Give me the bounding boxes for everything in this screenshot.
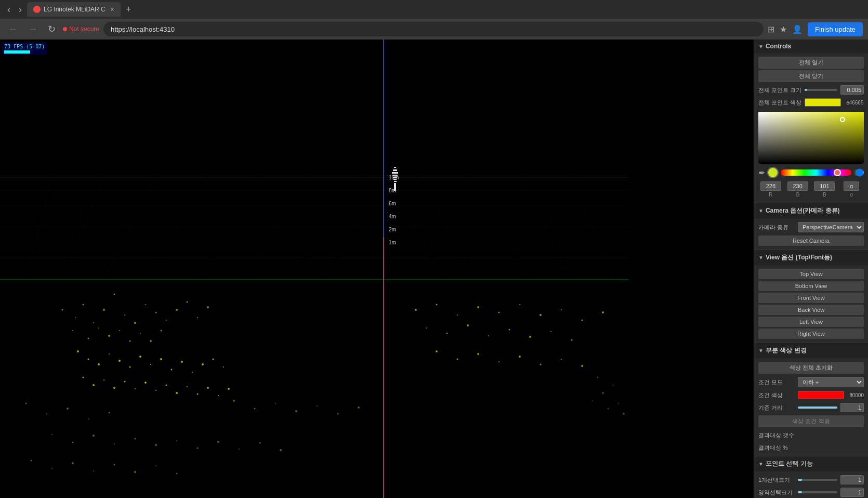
r-input[interactable]	[760, 181, 781, 191]
b-input[interactable]	[814, 181, 835, 191]
svg-point-135	[176, 473, 178, 475]
active-tab[interactable]: LG Innotek MLiDAR C ×	[27, 2, 121, 17]
svg-point-120	[135, 438, 136, 440]
condition-mode-row: 조건 모드 이하 ÷	[754, 375, 868, 389]
nav-actions: ⊞ ★ 👤 Finish update	[768, 22, 863, 36]
front-view-btn[interactable]: Front View	[758, 293, 864, 303]
color-circle-swatch[interactable]	[767, 167, 779, 178]
right-view-btn[interactable]: Right View	[758, 329, 864, 339]
apply-condition-btn[interactable]: 색상 조건 적용	[758, 415, 864, 427]
address-bar[interactable]	[103, 22, 764, 36]
close-all-btn[interactable]: 전체 닫기	[758, 70, 864, 82]
svg-point-100	[519, 356, 521, 358]
profile-icon[interactable]: 👤	[792, 24, 803, 34]
tab-back-nav[interactable]: ‹	[4, 3, 14, 16]
point-size-input[interactable]	[840, 85, 864, 95]
top-view-btn[interactable]: Top View	[758, 269, 864, 279]
svg-point-78	[415, 309, 417, 311]
base-dist-input[interactable]	[840, 403, 864, 412]
condition-color-swatch[interactable]	[798, 391, 844, 399]
svg-point-106	[67, 408, 69, 410]
a-input[interactable]	[844, 181, 859, 191]
svg-point-110	[254, 408, 256, 410]
svg-point-121	[155, 444, 157, 446]
extensions-icon[interactable]: ⊞	[768, 24, 774, 34]
height-labels: 10m 8m 6m 4m 2m 1m	[389, 175, 399, 245]
camera-header[interactable]: ▼ Camera 옵션(카메라 종류)	[754, 203, 868, 218]
svg-point-146	[602, 392, 604, 394]
back-view-btn[interactable]: Back View	[758, 305, 864, 315]
svg-point-147	[592, 400, 593, 401]
svg-point-91	[488, 335, 489, 336]
svg-point-118	[93, 435, 95, 437]
svg-point-84	[540, 314, 542, 316]
reset-camera-btn[interactable]: Reset Camera	[758, 235, 864, 246]
new-tab-btn[interactable]: +	[123, 4, 135, 15]
color-reset-btn[interactable]: 색상 전체 초기화	[758, 362, 864, 374]
g-input[interactable]	[787, 181, 808, 191]
svg-point-83	[519, 304, 520, 305]
svg-point-43	[119, 330, 120, 331]
svg-point-80	[457, 314, 458, 316]
nav-bar: ← → ↻ Not secure ⊞ ★ 👤 Finish update	[0, 19, 868, 40]
alpha-slider[interactable]	[853, 169, 864, 176]
svg-point-108	[109, 412, 110, 414]
tab-close-btn[interactable]: ×	[110, 5, 114, 14]
svg-point-42	[108, 335, 110, 337]
result-count-row: 결과대상 갯수	[754, 429, 868, 441]
result-dist-label: 결과대상 %	[758, 444, 795, 452]
svg-point-99	[498, 361, 499, 362]
svg-rect-136	[394, 167, 396, 168]
svg-point-105	[46, 413, 47, 414]
gradient-overlay	[758, 112, 864, 164]
area-select-track	[798, 491, 837, 493]
svg-point-63	[83, 377, 84, 378]
svg-point-67	[124, 381, 126, 383]
left-view-btn[interactable]: Left View	[758, 317, 864, 327]
svg-point-122	[176, 440, 177, 441]
r-label: R	[769, 192, 772, 198]
select-size-input[interactable]	[840, 475, 864, 484]
controls-title: Controls	[766, 43, 791, 50]
svg-point-128	[31, 460, 32, 462]
point-color-swatch[interactable]	[805, 98, 841, 107]
svg-point-85	[561, 309, 562, 310]
svg-point-144	[597, 377, 599, 378]
select-size-row: 1개선택크기	[754, 474, 868, 486]
g-group: G	[785, 181, 810, 198]
area-select-input[interactable]	[840, 488, 864, 497]
tab-forward-nav[interactable]: ›	[16, 3, 25, 16]
color-gradient[interactable]	[758, 112, 864, 164]
viewport[interactable]: 73 FPS (5-07)	[0, 40, 754, 498]
forward-btn[interactable]: →	[25, 23, 41, 36]
eyedropper-icon[interactable]: ✒	[758, 168, 765, 178]
controls-header[interactable]: ▼ Controls	[754, 40, 868, 53]
svg-point-97	[457, 359, 458, 360]
condition-mode-select[interactable]: 이하 ÷	[798, 377, 864, 387]
svg-point-77	[228, 388, 230, 390]
bottom-view-btn[interactable]: Bottom View	[758, 281, 864, 291]
r-group: R	[758, 181, 783, 198]
view-header[interactable]: ▼ View 옵션 (Top/Font등)	[754, 250, 868, 265]
open-all-btn[interactable]: 전체 열기	[758, 57, 864, 69]
svg-point-114	[337, 413, 339, 415]
hue-slider[interactable]	[781, 169, 851, 176]
color-change-header[interactable]: ▼ 부분 색상 변경	[754, 343, 868, 358]
svg-point-116	[51, 434, 52, 435]
svg-point-124	[217, 441, 219, 443]
refresh-btn[interactable]: ↻	[45, 22, 59, 36]
svg-point-45	[140, 333, 141, 334]
svg-point-41	[98, 327, 99, 329]
camera-type-select[interactable]: PerspectiveCamera	[798, 222, 864, 232]
finish-update-button[interactable]: Finish update	[808, 22, 863, 36]
g-label: G	[796, 192, 800, 198]
svg-point-107	[88, 418, 89, 420]
point-select-header[interactable]: ▼ 포인트 선택 기능	[754, 456, 868, 471]
svg-point-81	[477, 306, 479, 308]
svg-point-26	[83, 304, 84, 306]
svg-point-71	[166, 385, 167, 386]
star-icon[interactable]: ★	[780, 24, 787, 34]
svg-point-32	[145, 304, 146, 305]
back-btn[interactable]: ←	[5, 23, 21, 36]
svg-point-36	[187, 302, 188, 303]
